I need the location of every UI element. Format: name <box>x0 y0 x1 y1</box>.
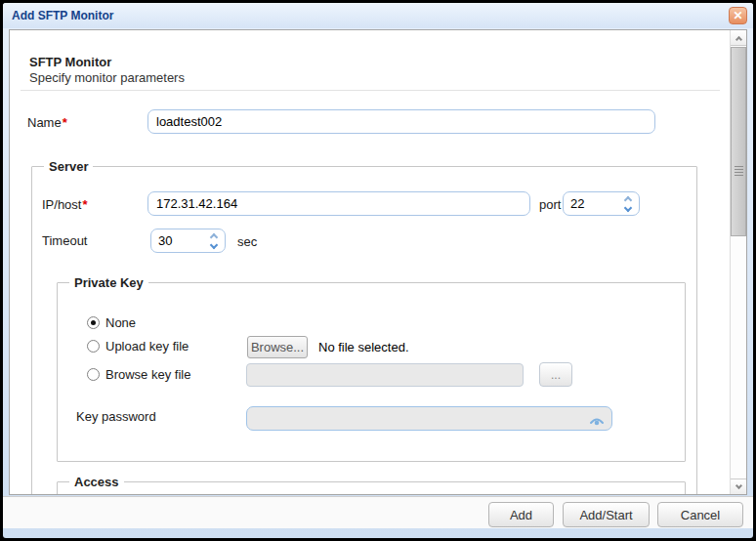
dialog-frame: Add SFTP Monitor ✕ SFTP Monitor Specify … <box>0 0 756 541</box>
access-legend: Access <box>69 475 124 489</box>
scrollbar-up-button[interactable] <box>731 30 746 46</box>
server-legend: Server <box>44 159 93 174</box>
chevron-down-icon <box>735 481 741 488</box>
no-file-selected-text: No file selected. <box>318 340 409 354</box>
timeout-label: Timeout <box>42 233 87 248</box>
radio-none-label: None <box>105 315 136 330</box>
chevron-up-icon <box>735 35 741 42</box>
radio-browse-key-file[interactable] <box>87 368 100 381</box>
port-label: port <box>539 197 561 212</box>
spin-up-icon[interactable] <box>624 195 632 203</box>
port-spinner[interactable]: 22 <box>563 191 640 216</box>
ip-host-label: IP/host* <box>42 197 88 212</box>
close-button[interactable]: ✕ <box>729 7 747 24</box>
key-file-path-input[interactable] <box>246 363 524 387</box>
radio-upload-key-file-label: Upload key file <box>105 339 189 354</box>
radio-upload-key-file[interactable] <box>87 340 100 353</box>
page-subtitle: Specify monitor parameters <box>29 70 185 85</box>
required-asterisk: * <box>63 115 67 130</box>
titlebar[interactable]: Add SFTP Monitor ✕ <box>3 3 753 28</box>
add-sftp-monitor-dialog: Add SFTP Monitor ✕ SFTP Monitor Specify … <box>3 3 753 538</box>
access-fieldset: Access <box>57 481 686 494</box>
timeout-spinner-buttons[interactable] <box>206 229 222 252</box>
close-icon: ✕ <box>733 9 742 22</box>
name-input[interactable]: loadtest002 <box>147 109 655 134</box>
ip-host-input[interactable]: 172.31.42.164 <box>147 191 530 216</box>
scrollbar-down-button[interactable] <box>731 479 746 494</box>
required-asterisk: * <box>82 197 87 212</box>
private-key-legend: Private Key <box>69 275 148 290</box>
scrollbar-thumb[interactable] <box>731 47 746 236</box>
browse-button[interactable]: Browse... <box>247 336 308 358</box>
header-divider <box>21 90 720 91</box>
timeout-unit-label: sec <box>237 234 257 249</box>
dialog-title: Add SFTP Monitor <box>12 9 113 22</box>
thumb-grip-icon <box>735 166 743 167</box>
spin-down-icon[interactable] <box>210 240 218 248</box>
radio-browse-key-file-label: Browse key file <box>105 367 190 382</box>
add-button[interactable]: Add <box>488 502 554 527</box>
spin-down-icon[interactable] <box>624 203 632 211</box>
reveal-password-icon[interactable] <box>588 412 606 426</box>
name-label: Name* <box>27 115 67 130</box>
key-password-input[interactable] <box>246 406 612 431</box>
key-password-label: Key password <box>76 409 156 424</box>
port-spinner-buttons[interactable] <box>620 192 636 215</box>
vertical-scrollbar[interactable] <box>730 30 746 494</box>
footer-toolbar: Add Add/Start Cancel <box>3 496 753 528</box>
radio-none[interactable] <box>87 316 100 329</box>
dialog-body-panel: SFTP Monitor Specify monitor parameters … <box>9 29 747 495</box>
cancel-button[interactable]: Cancel <box>657 502 743 527</box>
spin-up-icon[interactable] <box>210 232 218 240</box>
form-content: SFTP Monitor Specify monitor parameters … <box>10 30 730 494</box>
browse-more-button[interactable]: ... <box>539 362 572 387</box>
timeout-spinner[interactable]: 30 <box>150 229 226 253</box>
add-start-button[interactable]: Add/Start <box>563 502 650 527</box>
page-title: SFTP Monitor <box>29 55 111 69</box>
